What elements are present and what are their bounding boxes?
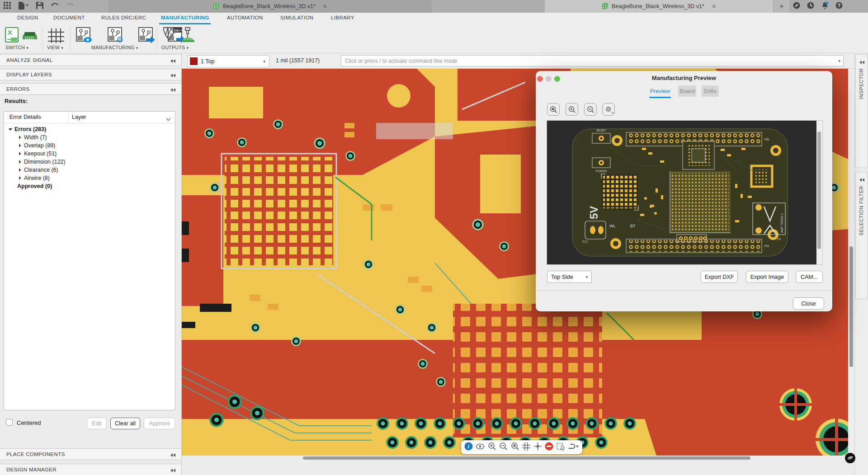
centered-checkbox[interactable] bbox=[6, 419, 13, 426]
undo-icon[interactable] bbox=[51, 2, 59, 11]
document-tab-1[interactable]: BeagleBone_Black_Wireless_3D v1* × bbox=[108, 0, 432, 13]
board-preview-viewport[interactable]: P8 P9 RESET POWER bbox=[547, 120, 823, 265]
panel-display-layers[interactable]: DISPLAY LAYERS bbox=[0, 69, 181, 80]
board-side-select[interactable]: Top Side ▾ bbox=[547, 271, 592, 283]
menu-rules-drc-erc[interactable]: RULES DRC/ERC bbox=[101, 15, 146, 20]
dialog-tab-preview[interactable]: Preview bbox=[647, 85, 673, 97]
chevron-down-icon[interactable] bbox=[166, 116, 170, 122]
mfg-settings-icon[interactable]: ⚙ bbox=[107, 27, 125, 46]
command-line[interactable]: ▾ bbox=[341, 55, 844, 66]
layer-select[interactable]: 1 Top ▾ bbox=[187, 55, 269, 67]
collapse-icon[interactable] bbox=[170, 58, 175, 64]
crosshair-icon[interactable] bbox=[533, 442, 542, 452]
canvas-vertical-scrollbar[interactable] bbox=[848, 69, 854, 456]
route-style-icon[interactable] bbox=[568, 442, 579, 452]
dialog-tab-drills[interactable]: Drills bbox=[702, 85, 719, 97]
assistant-icon[interactable] bbox=[844, 452, 856, 464]
export-dxf-button[interactable]: Export DXF bbox=[701, 271, 738, 283]
save-icon[interactable] bbox=[36, 2, 43, 11]
tree-row-clearance[interactable]: Clearance (6) bbox=[4, 166, 175, 174]
expander-closed-icon[interactable] bbox=[19, 168, 21, 172]
switch-schematic-icon[interactable] bbox=[5, 27, 20, 45]
tree-row-overlap[interactable]: Overlap (89) bbox=[4, 141, 175, 150]
collapse-icon[interactable] bbox=[170, 468, 175, 473]
panel-place-components[interactable]: PLACE COMPONENTS bbox=[0, 448, 181, 460]
approve-button[interactable]: Approve bbox=[144, 418, 175, 429]
preview-zoom-in-button[interactable] bbox=[566, 103, 578, 116]
menu-simulation[interactable]: SIMULATION bbox=[280, 15, 313, 20]
close-button[interactable]: Close bbox=[793, 297, 824, 310]
collapse-icon[interactable] bbox=[170, 452, 175, 458]
collapse-icon[interactable] bbox=[170, 87, 175, 93]
expander-open-icon[interactable] bbox=[9, 128, 12, 131]
expander-closed-icon[interactable] bbox=[19, 160, 21, 164]
menu-automation[interactable]: AUTOMATION bbox=[227, 15, 263, 20]
panel-design-manager[interactable]: DESIGN MANAGER bbox=[0, 464, 181, 475]
tree-row-keepout[interactable]: Keepout (51) bbox=[4, 150, 175, 158]
menu-library[interactable]: LIBRARY bbox=[331, 15, 354, 20]
dialog-tab-board[interactable]: Board bbox=[678, 85, 696, 97]
tab-inspector[interactable]: INSPECTOR bbox=[855, 54, 868, 168]
outputs-pickplace-icon[interactable] bbox=[180, 27, 196, 46]
ribbon-group-outputs[interactable]: OUTPUTS ▾ bbox=[161, 45, 189, 50]
panel-analyze-signal[interactable]: ANALYZE SIGNAL bbox=[0, 54, 181, 66]
collapse-icon[interactable] bbox=[170, 73, 175, 78]
ribbon-group-switch[interactable]: SWITCH ▾ bbox=[5, 45, 28, 50]
zoom-in-icon[interactable] bbox=[488, 442, 496, 452]
ribbon-group-manufacturing[interactable]: MANUFACTURING ▾ bbox=[91, 45, 138, 50]
command-line-input[interactable] bbox=[341, 55, 844, 66]
tree-row-dimension[interactable]: Dimension (122) bbox=[4, 158, 175, 166]
expander-closed-icon[interactable] bbox=[19, 152, 21, 155]
info-icon[interactable]: i bbox=[464, 442, 473, 452]
menu-design[interactable]: DESIGN bbox=[17, 15, 38, 20]
tab-selection-filter[interactable]: SELECTION FILTER bbox=[855, 172, 868, 299]
cam-button[interactable]: CAM... bbox=[796, 271, 823, 283]
ribbon-group-view[interactable]: VIEW ▾ bbox=[47, 45, 63, 50]
panel-errors[interactable]: ERRORS bbox=[0, 83, 181, 95]
expander-closed-icon[interactable] bbox=[19, 144, 21, 147]
eye-icon[interactable] bbox=[476, 443, 485, 452]
collapse-icon[interactable] bbox=[859, 58, 864, 66]
file-menu-icon[interactable] bbox=[18, 2, 29, 11]
job-status-icon[interactable] bbox=[807, 1, 815, 11]
error-tree-header[interactable]: Error Details Layer bbox=[4, 112, 175, 123]
zoom-out-icon[interactable] bbox=[499, 442, 508, 452]
clear-all-button[interactable]: Clear all bbox=[110, 418, 140, 429]
grid-icon[interactable] bbox=[522, 442, 530, 452]
tab-close-icon[interactable]: × bbox=[712, 3, 716, 10]
tree-row-width[interactable]: Width (7) bbox=[4, 133, 175, 141]
new-tab-button[interactable]: + bbox=[774, 0, 789, 13]
outputs-drill-icon[interactable] bbox=[161, 27, 176, 46]
document-tab-2[interactable]: BeagleBone_Black_Wireless_3D v1* × bbox=[545, 0, 773, 13]
preview-settings-button[interactable]: ⚙▾ bbox=[602, 103, 615, 116]
tree-row-airwire[interactable]: Airwire (8) bbox=[4, 174, 175, 182]
preview-scrollbar[interactable] bbox=[816, 121, 822, 264]
scrollbar-thumb[interactable] bbox=[817, 132, 821, 249]
export-image-button[interactable]: Export Image bbox=[746, 271, 788, 283]
expander-closed-icon[interactable] bbox=[19, 136, 21, 139]
select-tool-icon[interactable] bbox=[557, 442, 566, 452]
redo-icon[interactable] bbox=[66, 2, 74, 11]
tab-close-icon[interactable]: × bbox=[323, 3, 327, 10]
collapse-icon[interactable] bbox=[859, 175, 864, 183]
scrollbar-thumb[interactable] bbox=[303, 456, 750, 460]
help-icon[interactable]: ? bbox=[835, 1, 843, 11]
zoom-fit-icon[interactable] bbox=[511, 442, 519, 452]
notifications-bell-icon[interactable] bbox=[821, 1, 829, 11]
menu-manufacturing[interactable]: MANUFACTURING bbox=[161, 15, 209, 20]
menu-document[interactable]: DOCUMENT bbox=[53, 15, 85, 20]
switch-board-icon[interactable] bbox=[22, 30, 38, 43]
tree-row-errors-root[interactable]: Errors (283) bbox=[4, 125, 175, 133]
edit-button[interactable]: Edit bbox=[87, 418, 107, 429]
column-error-details[interactable]: Error Details bbox=[9, 114, 41, 120]
canvas-horizontal-scrollbar[interactable] bbox=[182, 456, 848, 461]
scrollbar-thumb[interactable] bbox=[849, 246, 853, 367]
column-layer[interactable]: Layer bbox=[72, 114, 86, 120]
mfg-export-icon[interactable] bbox=[138, 27, 156, 46]
preview-zoom-out-button[interactable] bbox=[584, 103, 597, 116]
extensions-icon[interactable] bbox=[793, 1, 801, 11]
preview-zoom-fit-button[interactable] bbox=[547, 103, 560, 116]
mfg-preview-icon[interactable] bbox=[75, 27, 94, 46]
app-grid-icon[interactable] bbox=[4, 2, 11, 11]
stop-mark-icon[interactable] bbox=[545, 442, 553, 452]
